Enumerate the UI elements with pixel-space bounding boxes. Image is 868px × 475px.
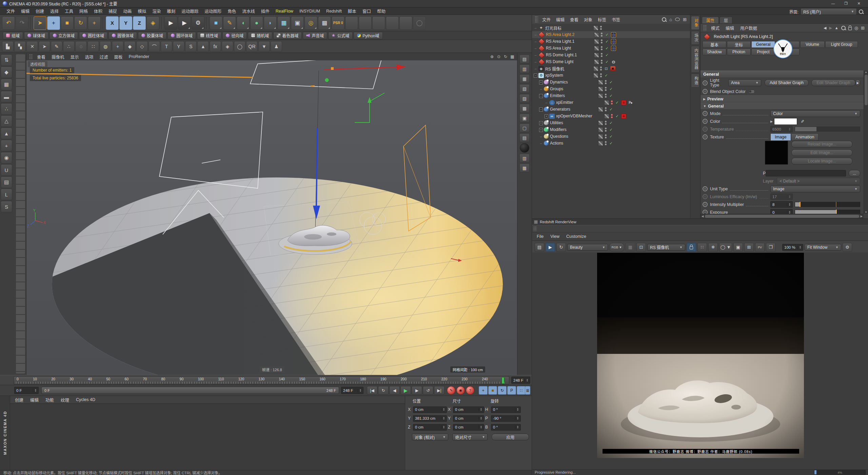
intensity-slider[interactable] [795,202,860,207]
attr-menu-item[interactable]: 模式 [708,25,723,31]
keying-toggle[interactable]: ↻ [498,386,507,395]
enable-check-icon[interactable]: ✓ [614,100,620,105]
maximize-button[interactable]: ❐ [840,1,852,6]
editor-visibility-toggle[interactable] [593,25,598,31]
tool-button[interactable]: ♟ [271,41,282,52]
object-icon[interactable] [538,66,544,71]
object-icon[interactable] [538,38,545,44]
enable-check-icon[interactable]: ✓ [608,94,614,98]
material-menu-item[interactable]: 功能 [42,397,57,403]
mode-button[interactable]: ◉ [1,152,12,164]
om-menu-item[interactable]: 查看 [567,16,581,23]
object-label[interactable]: Actions [550,141,598,146]
object-row[interactable]: 灯光目标 [532,24,690,31]
expander-icon[interactable] [539,128,543,132]
perspective-viewport[interactable]: 查看摄像机显示选项过滤面板ProRender ⊕ ⊙ ↻ ▦ [26,53,517,375]
timeline-ruler[interactable]: 0102030405060708090100110120130140150160… [0,375,532,385]
field-chip-button[interactable]: 圆环体域 [167,32,196,39]
transport-button[interactable]: |◀ [367,386,377,395]
param-radio[interactable] [703,119,708,124]
visibility-dots[interactable] [605,94,608,98]
keying-toggle[interactable]: P [507,386,516,395]
field-chip-button[interactable]: 立方体域 [50,32,78,39]
transport-button[interactable]: ▶ [400,386,411,395]
editor-visibility-toggle[interactable] [594,32,599,37]
field-chip-button[interactable]: 声音域 [303,32,327,39]
toolbar-button[interactable]: ◎ [304,16,317,30]
visibility-dots[interactable] [605,134,608,138]
renderview-settings-gear-icon[interactable]: ⚙ [843,243,852,252]
tool-button[interactable]: ➤ [39,41,50,52]
object-icon[interactable] [544,120,549,125]
transport-button[interactable]: ◀ [389,386,400,395]
toolbar-button[interactable]: Z [133,16,146,30]
current-frame-marker[interactable] [502,377,504,384]
visibility-dots[interactable] [600,66,604,71]
toolbar-button[interactable]: ▦ [277,16,290,30]
object-row[interactable]: xpSystem ✓ [532,72,690,79]
more-button[interactable]: ▸ [855,79,860,86]
menu-item[interactable]: INSYDIUM [296,9,323,14]
menu-item[interactable]: 选择 [47,8,62,14]
edit-shader-graph-button[interactable]: Edit Shader Graph [811,79,855,86]
expander-icon[interactable] [539,121,543,125]
section-general[interactable]: General [701,71,864,78]
expander-icon[interactable] [533,40,538,43]
palette-icon[interactable]: ▥ [519,64,530,73]
editor-visibility-toggle[interactable] [604,100,609,105]
filter-eye-icon[interactable] [675,18,680,21]
editor-visibility-toggle[interactable] [598,141,603,146]
expander-icon[interactable] [533,67,538,71]
field-chip-button[interactable]: 公式域 [328,32,353,39]
record-button[interactable]: ? [466,386,474,395]
editor-visibility-toggle[interactable] [598,80,603,85]
field-chip-button[interactable]: 线性域 [197,32,221,39]
attr-tab-button[interactable]: Photon [727,49,751,55]
renderview-menu-item[interactable]: View [547,234,563,239]
param-radio[interactable] [703,80,708,86]
object-row[interactable]: RS Area Light.1 ✓ ◎ [532,38,690,45]
object-icon[interactable] [538,58,545,65]
object-label[interactable]: xpSystem [545,73,593,78]
expander-icon[interactable] [539,108,543,111]
view-label[interactable]: 透视视图 [28,61,47,67]
mode-button[interactable]: ⇅ [1,54,12,66]
toolbar-button[interactable] [399,16,412,30]
field-chip-button[interactable]: Python域 [354,32,382,39]
mode-button[interactable]: ◆ [1,66,12,78]
param-radio[interactable] [703,202,708,207]
sky-tag-icon[interactable]: ⊖ [611,59,616,64]
panel-grip[interactable] [535,16,538,23]
material-menu-item[interactable]: Cycles 4D [73,397,99,402]
viewport-menu-item[interactable]: 摄像机 [48,54,67,60]
material-menu-item[interactable]: 编辑 [27,397,42,403]
position-y-field[interactable]: 381.333 cm▲▼ [413,415,447,422]
end-frame-field[interactable]: 248 F▲▼ [511,377,530,384]
expander-icon[interactable] [533,26,538,30]
viewport-menu-item[interactable]: 过滤 [97,54,111,60]
object-label[interactable]: Utilities [550,120,598,125]
field-chip-button[interactable]: 球体域 [24,32,48,39]
param-radio[interactable] [703,210,708,214]
tool-button[interactable]: ∷ [87,41,99,52]
vertical-scrollbar[interactable]: ▲▼ [864,71,868,214]
unit-type-select[interactable]: Image▼ [770,186,860,192]
frame-range-slider[interactable]: 0 F 248 F [41,387,339,394]
viewport-canvas[interactable]: Y X Z 透视视图 Number of emitters: 1 Total l… [26,60,517,375]
menu-item[interactable]: 流水线 [239,8,258,14]
palette-icon[interactable]: ▦ [519,164,530,172]
transport-button[interactable]: ↻ [378,386,389,395]
expander-icon[interactable] [533,53,538,57]
object-label[interactable]: RS Area Light.2 [546,32,594,37]
editor-visibility-toggle[interactable] [593,73,598,78]
object-row[interactable]: RS Dome Light.1 ✓ [532,52,690,58]
object-label[interactable]: RS Area Light.1 [546,39,594,44]
attr-tab-button[interactable]: Volume [800,41,825,48]
mode-button[interactable]: △ [1,115,12,127]
sampling-circle-select[interactable]: ◯ ▼ [719,243,732,252]
toolbar-button[interactable]: ◯ [413,16,426,30]
expander-icon[interactable] [539,80,543,84]
object-icon[interactable] [544,134,549,139]
field-chip-button[interactable]: 随机域 [248,32,272,39]
palette-icon[interactable]: ▥ [519,154,530,163]
